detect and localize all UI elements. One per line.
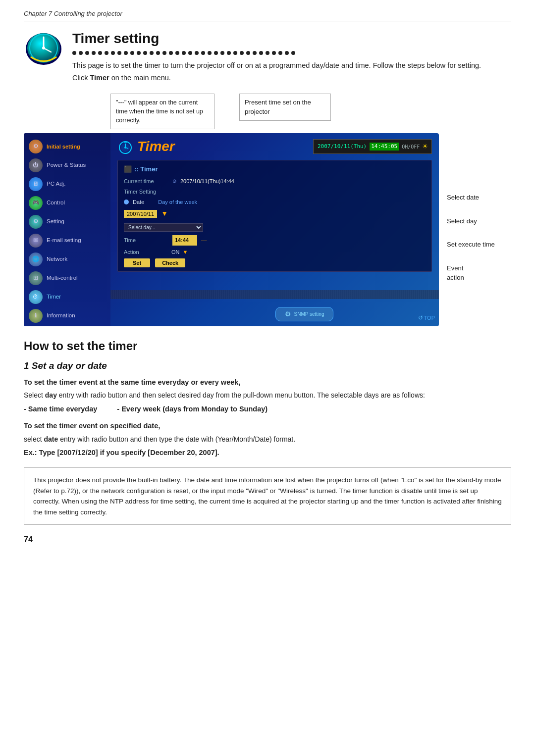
- snmp-label: SNMP setting: [294, 310, 324, 318]
- date-radio-label: Date: [133, 198, 144, 206]
- sidebar-item-email[interactable]: ✉ E-mail setting: [24, 231, 110, 250]
- step1-title: 1 Set a day or date: [24, 359, 511, 373]
- multi-control-bar: [110, 290, 439, 299]
- time-value-bar: 14:45:05: [370, 143, 399, 151]
- on-off-label: OH/OFF: [402, 143, 420, 151]
- date-radio-button[interactable]: [124, 200, 129, 204]
- date-input[interactable]: 2007/10/11: [124, 210, 157, 218]
- click-instruction: Click Timer on the main menu.: [72, 73, 511, 84]
- panel-title: ⬛ :: Timer: [124, 164, 426, 174]
- same-time-label: - Same time everyday: [24, 404, 97, 415]
- sidebar-label-setting: Setting: [47, 217, 64, 226]
- timer-setting-label: Timer Setting: [124, 188, 426, 196]
- time-row: Time 14:44 —: [124, 235, 426, 246]
- sidebar-label-timer: Timer: [47, 293, 61, 301]
- setting-icon: ⚙: [29, 215, 43, 229]
- dot-row: [72, 51, 511, 55]
- body-text-1: Select day entry with radio button and t…: [24, 390, 511, 401]
- annot-event-action: Event action: [447, 263, 511, 283]
- action-buttons: Set Check: [124, 258, 426, 267]
- action-row: Action ON ▼: [124, 248, 426, 256]
- svg-point-10: [124, 147, 126, 149]
- sun-icon: ☀: [423, 141, 428, 152]
- time-input[interactable]: 14:44: [172, 235, 197, 246]
- annot-select-day: Select day: [447, 216, 511, 226]
- sidebar-label-control: Control: [47, 199, 65, 207]
- main-content-area: Timer 2007/10/11(Thu) 14:45:05 OH/OFF ☀: [110, 133, 439, 326]
- date-input-row: 2007/10/11 ▼: [124, 208, 426, 219]
- current-time-label: Current time: [124, 177, 168, 186]
- callout-right-box: Present time set on the projector: [239, 94, 331, 121]
- timer-logo: Timer: [117, 136, 175, 157]
- every-week-label: - Every week (days from Monday to Sunday…: [117, 404, 268, 415]
- clock-icon: [24, 28, 63, 68]
- note-box: This projector does not provide the buil…: [24, 467, 511, 525]
- sidebar-label-pcadj: PC Adj.: [47, 180, 65, 188]
- sidebar-label-info: Information: [47, 311, 75, 320]
- power-icon: ⏻: [29, 158, 43, 172]
- top-label: TOP: [424, 314, 435, 322]
- current-time-row: Current time ⊙ 2007/10/11(Thu)14:44: [124, 177, 426, 186]
- callout-left-box: "---" will appear on the current time wh…: [110, 94, 214, 129]
- info-icon: ℹ: [29, 309, 43, 323]
- svg-point-5: [42, 47, 45, 50]
- timer-panel: ⬛ :: Timer Current time ⊙ 2007/10/11(Thu…: [117, 160, 432, 272]
- example-text: Ex.: Type [2007/12/20] if you specify [D…: [24, 448, 511, 458]
- page-title: Timer setting: [72, 28, 511, 49]
- sidebar-item-pcadj[interactable]: 🖥 PC Adj.: [24, 175, 110, 194]
- day-dropdown[interactable]: Select day...: [124, 223, 203, 232]
- network-icon: 🌐: [29, 252, 43, 266]
- pc-icon: 🖥: [29, 177, 43, 191]
- action-label: Action: [124, 248, 168, 256]
- sidebar-item-network[interactable]: 🌐 Network: [24, 250, 110, 269]
- gear-icon: ⚙: [29, 140, 43, 153]
- page-number: 74: [24, 534, 511, 546]
- sidebar-label-multi: Multi-control: [47, 274, 78, 282]
- sidebar-item-timer[interactable]: ⏱ Timer: [24, 288, 110, 306]
- sidebar: ⚙ Initial setting ⏻ Power & Status 🖥 PC …: [24, 133, 110, 326]
- sidebar-item-setting[interactable]: ⚙ Setting: [24, 212, 110, 231]
- datetime-value: 2007/10/11(Thu): [318, 143, 367, 151]
- sidebar-item-control[interactable]: 🎮 Control: [24, 194, 110, 212]
- action-value: ON: [171, 248, 180, 256]
- sidebar-label-initial: Initial setting: [47, 143, 80, 151]
- same-time-row: - Same time everyday - Every week (days …: [24, 404, 511, 415]
- timer-header: Timer 2007/10/11(Thu) 14:45:05 OH/OFF ☀: [117, 136, 432, 157]
- current-time-value: 2007/10/11(Thu)14:44: [180, 177, 234, 186]
- multi-icon: ⊞: [29, 271, 43, 285]
- time-label: Time: [124, 236, 168, 245]
- dropdown-arrow-1[interactable]: ▼: [161, 209, 168, 217]
- right-annotations: Select date Select day Set execute time …: [447, 133, 511, 283]
- day-radio-label: Day of the week: [158, 198, 197, 206]
- sidebar-item-information[interactable]: ℹ Information: [24, 306, 110, 325]
- date-radio-row[interactable]: Date Day of the week: [124, 198, 426, 206]
- snmp-button[interactable]: ⚙ SNMP setting: [275, 307, 334, 321]
- annot-set-execute-time: Set execute time: [447, 240, 511, 250]
- time-minus-icon[interactable]: —: [201, 236, 207, 245]
- sidebar-label-network: Network: [47, 255, 67, 263]
- snmp-bar: ⚙ SNMP setting: [200, 307, 409, 321]
- projector-ui-wrap: ⚙ Initial setting ⏻ Power & Status 🖥 PC …: [24, 133, 439, 326]
- check-button[interactable]: Check: [155, 258, 185, 267]
- sidebar-item-multicontrol[interactable]: ⊞ Multi-control: [24, 269, 110, 288]
- how-to-title: How to set the timer: [24, 337, 511, 355]
- timer-logo-text: Timer: [137, 136, 175, 157]
- control-icon: 🎮: [29, 196, 43, 210]
- sidebar-item-power[interactable]: ⏻ Power & Status: [24, 156, 110, 175]
- set-button[interactable]: Set: [124, 258, 150, 267]
- projector-ui: ⚙ Initial setting ⏻ Power & Status 🖥 PC …: [24, 133, 439, 326]
- chapter-header: Chapter 7 Controlling the projector: [24, 9, 511, 21]
- dropdown-row: Select day...: [124, 221, 426, 233]
- top-button[interactable]: ↺ TOP: [418, 313, 435, 322]
- sidebar-item-initial-setting[interactable]: ⚙ Initial setting: [24, 137, 110, 156]
- mail-icon: ✉: [29, 234, 43, 248]
- sub-heading-1: To set the timer event at the same time …: [24, 377, 511, 388]
- sidebar-label-power: Power & Status: [47, 161, 86, 169]
- how-to-section: How to set the timer 1 Set a day or date…: [24, 337, 511, 525]
- sidebar-label-email: E-mail setting: [47, 236, 81, 245]
- action-dropdown-arrow[interactable]: ▼: [183, 248, 188, 256]
- body-text-2: select date entry with radio button and …: [24, 434, 511, 445]
- sub-heading-2: To set the timer event on specified date…: [24, 421, 511, 432]
- intro-text: This page is to set the timer to turn th…: [72, 60, 511, 71]
- datetime-bar: 2007/10/11(Thu) 14:45:05 OH/OFF ☀: [313, 139, 432, 154]
